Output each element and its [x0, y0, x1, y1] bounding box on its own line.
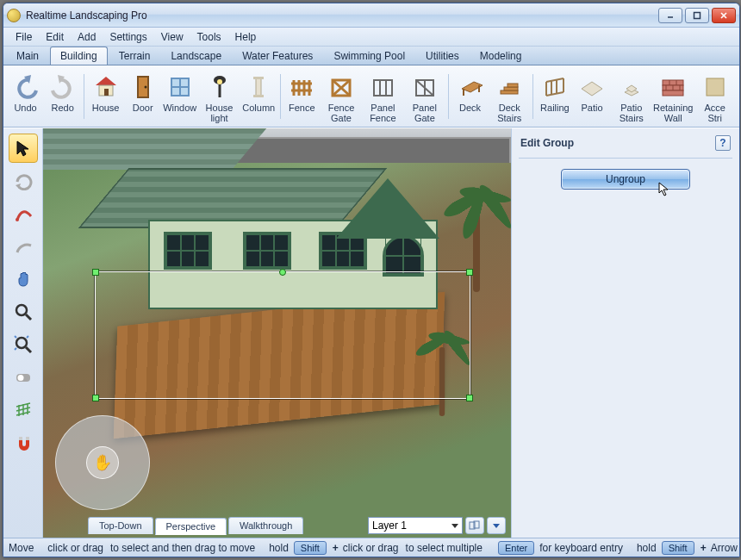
left-toolbar — [3, 128, 43, 538]
fgate-icon — [327, 73, 355, 101]
svg-point-61 — [16, 305, 27, 315]
status-hint: to select and then drag to move — [110, 542, 255, 554]
undo-button[interactable]: Undo — [7, 69, 44, 124]
viewtab-topdown[interactable]: Top-Down — [88, 517, 153, 534]
acce-stri-button[interactable]: AcceStri — [694, 69, 735, 124]
svg-rect-67 — [19, 437, 22, 440]
status-bar: Move click or drag to select and then dr… — [3, 538, 739, 557]
help-button[interactable]: ? — [715, 135, 731, 151]
status-hint: click or drag — [343, 542, 399, 554]
toggle-tool[interactable] — [9, 363, 38, 392]
menu-help[interactable]: Help — [228, 29, 264, 45]
svg-point-66 — [17, 375, 23, 381]
orbit-tool[interactable] — [9, 166, 38, 196]
viewtab-walkthrough[interactable]: Walkthrough — [228, 517, 303, 534]
grid-tool[interactable] — [9, 395, 38, 425]
menu-file[interactable]: File — [9, 29, 39, 45]
retaining-wall-button[interactable]: RetainingWall — [652, 69, 694, 124]
viewport-3d[interactable]: ✋ Top-DownPerspectiveWalkthrough Layer 1 — [43, 128, 511, 538]
window-button[interactable]: Window — [161, 69, 198, 124]
svg-point-16 — [217, 79, 222, 84]
status-hint: click or drag — [47, 542, 103, 554]
menu-edit[interactable]: Edit — [39, 29, 71, 45]
svg-line-62 — [26, 314, 31, 320]
select-tool[interactable] — [9, 134, 38, 163]
svg-marker-6 — [96, 77, 116, 85]
pfence-icon — [369, 73, 396, 101]
fence-gate-button[interactable]: FenceGate — [321, 69, 362, 124]
menu-add[interactable]: Add — [71, 29, 103, 45]
deck-icon — [457, 73, 484, 101]
titlebar: Realtime Landscaping Pro — [3, 3, 739, 28]
deck-stairs-button[interactable]: DeckStairs — [489, 69, 530, 124]
zoom-tool[interactable] — [9, 297, 38, 327]
menu-tools[interactable]: Tools — [190, 29, 228, 45]
svg-line-44 — [546, 92, 564, 96]
arc-tool[interactable] — [9, 232, 38, 261]
tab-water-features[interactable]: Water Features — [233, 47, 322, 65]
pan-tool[interactable] — [9, 264, 38, 294]
shift-key-hint: Shift — [294, 541, 327, 555]
panel-gate-button[interactable]: PanelGate — [404, 69, 445, 124]
cursor-icon — [658, 182, 670, 197]
column-icon — [245, 73, 272, 101]
layer-dropdown[interactable]: Layer 1 — [368, 517, 463, 534]
menu-view[interactable]: View — [154, 29, 190, 45]
enter-key-hint: Enter — [498, 541, 534, 555]
window-title: Realtime Landscaping Pro — [26, 9, 658, 22]
selection-box[interactable] — [95, 271, 470, 399]
house-button[interactable]: House — [87, 69, 124, 124]
fence-icon — [288, 73, 315, 101]
close-button[interactable] — [712, 8, 736, 23]
tab-main[interactable]: Main — [7, 47, 48, 65]
minimize-button[interactable] — [658, 8, 682, 23]
dstairs-icon — [495, 73, 523, 101]
layer-more-button[interactable] — [487, 517, 506, 534]
patio-stairs-button[interactable]: PatioStairs — [611, 69, 652, 124]
deck-button[interactable]: Deck — [451, 69, 489, 124]
panel-fence-button[interactable]: PanelFence — [362, 69, 403, 124]
pgate-icon — [411, 73, 439, 101]
redo-button[interactable]: Redo — [44, 69, 81, 124]
tab-landscape[interactable]: Landscape — [161, 47, 231, 65]
svg-rect-52 — [663, 90, 683, 96]
ribbon-toolbar: UndoRedoHouseDoorWindowHouselightColumnF… — [3, 65, 739, 128]
curve-tool[interactable] — [9, 199, 38, 228]
tab-utilities[interactable]: Utilities — [416, 47, 469, 65]
redo-icon — [49, 73, 77, 101]
maximize-button[interactable] — [685, 8, 709, 23]
viewtab-perspective[interactable]: Perspective — [155, 518, 227, 535]
layer-selected: Layer 1 — [372, 520, 407, 532]
acc-icon — [701, 73, 729, 101]
column-button[interactable]: Column — [240, 69, 277, 124]
house-light-button[interactable]: Houselight — [198, 69, 240, 124]
menu-settings[interactable]: Settings — [103, 29, 153, 45]
tab-building[interactable]: Building — [50, 47, 108, 65]
svg-marker-71 — [493, 524, 500, 528]
navigation-disc[interactable]: ✋ — [55, 415, 150, 510]
status-hint: to select multiple — [406, 542, 483, 554]
tab-terrain[interactable]: Terrain — [109, 47, 160, 65]
layer-visibility-button[interactable] — [465, 517, 484, 534]
tab-swimming-pool[interactable]: Swimming Pool — [324, 47, 414, 65]
pstairs-icon — [618, 73, 645, 101]
fence-button[interactable]: Fence — [283, 69, 321, 124]
railing-button[interactable]: Railing — [536, 69, 573, 124]
zoom-extents-tool[interactable] — [9, 330, 38, 359]
patio-button[interactable]: Patio — [573, 69, 610, 124]
tab-modeling[interactable]: Modeling — [470, 47, 532, 65]
svg-rect-8 — [104, 89, 109, 96]
scene: ✋ — [43, 128, 511, 538]
ungroup-button[interactable]: Ungroup — [561, 169, 690, 190]
door-button[interactable]: Door — [124, 69, 161, 124]
pan-center-icon[interactable]: ✋ — [86, 446, 119, 479]
magnet-tool[interactable] — [9, 428, 38, 457]
patio-icon — [578, 73, 606, 101]
svg-rect-58 — [707, 78, 724, 96]
status-hint: for keyboard entry — [539, 542, 623, 554]
svg-rect-40 — [507, 84, 518, 87]
rail-icon — [541, 73, 569, 101]
status-hint: hold — [269, 542, 289, 554]
svg-point-63 — [16, 338, 27, 348]
status-hint: hold — [637, 542, 657, 554]
